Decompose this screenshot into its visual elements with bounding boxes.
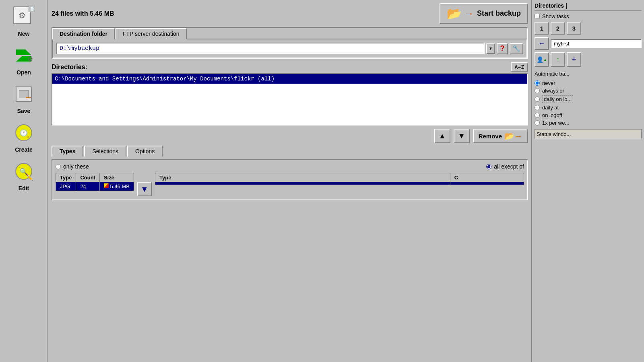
show-tasks-row: Show tasks bbox=[535, 13, 642, 19]
number-buttons-row: 1 2 3 bbox=[535, 22, 642, 35]
toolbar-item-create[interactable]: 🕐 ← Create bbox=[4, 117, 44, 155]
auto-logoff-radio[interactable] bbox=[535, 113, 540, 118]
tab-types[interactable]: Types bbox=[52, 146, 83, 157]
directories-header: Directories: A→Z bbox=[52, 62, 528, 72]
directory-item[interactable]: C:\Documents and Settings\Administrator\… bbox=[52, 74, 527, 84]
types-table-right: Type C bbox=[155, 173, 524, 185]
types-table-left: Type Count Size JPG 24 5.4 bbox=[56, 173, 134, 191]
toolbar-edit-label: Edit bbox=[19, 185, 29, 191]
tab-selections[interactable]: Selections bbox=[84, 146, 126, 157]
inner-tab-bar: Types Selections Options bbox=[52, 146, 528, 157]
show-tasks-checkbox[interactable] bbox=[535, 14, 540, 19]
file-count: 24 files with 5.46 MB bbox=[52, 10, 114, 17]
move-down-button[interactable]: ▼ bbox=[454, 129, 470, 143]
auto-weekly-radio[interactable] bbox=[535, 120, 540, 125]
num-btn-1[interactable]: 1 bbox=[535, 22, 549, 35]
right-panel: Directories | Show tasks 1 2 3 ← myfirst… bbox=[531, 0, 644, 362]
auto-weekly-label: 1x per we... bbox=[542, 120, 569, 126]
move-up-button[interactable]: ▲ bbox=[434, 129, 450, 143]
auto-daily-at-label: daily at bbox=[542, 105, 559, 111]
edit-icon: 🔍 ✏️ bbox=[11, 158, 37, 184]
destination-input-row: ▼ ? 🔧 bbox=[56, 43, 523, 54]
all-except-radio[interactable] bbox=[486, 164, 491, 169]
directories-section: Directories: A→Z C:\Documents and Settin… bbox=[52, 62, 528, 125]
cell-type-r bbox=[155, 182, 450, 185]
right-table-container: Type C bbox=[155, 173, 524, 196]
cell-type: JPG bbox=[56, 182, 76, 191]
auto-always-label: always or bbox=[542, 88, 564, 94]
bottom-controls: ▲ ▼ Remove 📂→ bbox=[52, 129, 528, 143]
auto-never-radio[interactable] bbox=[535, 80, 540, 86]
toolbar-open-label: Open bbox=[17, 69, 31, 76]
toolbar-new-label: New bbox=[18, 31, 30, 37]
auto-backup-options: never always or daily on lo... daily at … bbox=[535, 79, 642, 127]
only-these-radio[interactable] bbox=[56, 164, 61, 169]
status-window-label: Status windo... bbox=[537, 131, 571, 137]
add-button[interactable]: + bbox=[567, 52, 581, 67]
toolbar-item-new[interactable]: ⚙ 📄 New bbox=[4, 2, 44, 39]
start-backup-button[interactable]: 📂 → Start backup bbox=[440, 3, 528, 24]
back-button[interactable]: ← bbox=[535, 37, 549, 50]
size-icon bbox=[104, 183, 109, 188]
sort-az-button[interactable]: A→Z bbox=[511, 62, 528, 72]
auto-never-option: never bbox=[535, 79, 642, 87]
status-window-section: Status windo... bbox=[535, 129, 642, 139]
cell-c-r bbox=[450, 182, 524, 185]
auto-backup-header: Automatic ba... bbox=[535, 71, 642, 77]
col-type-right: Type bbox=[155, 173, 450, 182]
tab-ftp-server[interactable]: FTP server destination bbox=[116, 28, 187, 39]
browse-button[interactable]: 🔧 bbox=[510, 43, 523, 54]
table-row[interactable]: JPG 24 5.46 MB bbox=[56, 182, 134, 191]
all-except-label: all execpt of bbox=[494, 163, 524, 170]
type-tables: Type Count Size JPG 24 5.4 bbox=[56, 173, 524, 196]
toolbar-save-label: Save bbox=[17, 108, 31, 114]
action-icons-row: 👤▲ ↑ + bbox=[535, 52, 642, 67]
filter-mode-row: only these all execpt of bbox=[56, 163, 524, 170]
num-btn-2[interactable]: 2 bbox=[551, 22, 565, 35]
tab-options[interactable]: Options bbox=[127, 146, 163, 157]
right-panel-title: Directories | bbox=[535, 2, 642, 11]
toolbar-item-edit[interactable]: 🔍 ✏️ Edit bbox=[4, 156, 44, 194]
col-size: Size bbox=[99, 173, 134, 182]
col-c-right: C bbox=[450, 173, 524, 182]
add-profile-button[interactable]: 👤▲ bbox=[535, 52, 549, 67]
new-icon: ⚙ 📄 bbox=[11, 4, 37, 30]
create-icon: 🕐 ← bbox=[11, 120, 37, 146]
toolbar-item-open[interactable]: ⚙ Open bbox=[4, 40, 44, 78]
auto-daily-at-radio[interactable] bbox=[535, 105, 540, 110]
only-these-group: only these bbox=[56, 163, 89, 170]
filter-button[interactable]: ▼ bbox=[137, 182, 152, 196]
toolbar-item-save[interactable]: → Save bbox=[4, 79, 44, 117]
types-content: only these all execpt of Type Count Size bbox=[52, 159, 528, 200]
toolbar-create-label: Create bbox=[15, 146, 33, 153]
left-table-container: Type Count Size JPG 24 5.4 bbox=[56, 173, 134, 196]
help-button[interactable]: ? bbox=[497, 43, 508, 54]
auto-daily-on-label: daily on lo... bbox=[542, 95, 573, 103]
toolbar: ⚙ 📄 New ⚙ Open → bbox=[0, 0, 48, 362]
num-btn-3[interactable]: 3 bbox=[567, 22, 581, 35]
remove-icon: 📂→ bbox=[504, 131, 522, 141]
auto-daily-at-option: daily at bbox=[535, 104, 642, 111]
remove-label: Remove bbox=[479, 133, 502, 140]
arrow-up-button[interactable]: ↑ bbox=[551, 52, 565, 67]
top-bar: 24 files with 5.46 MB 📂 → Start backup bbox=[52, 3, 528, 24]
start-backup-label: Start backup bbox=[477, 9, 521, 18]
auto-logoff-option: on logoff bbox=[535, 111, 642, 119]
auto-always-option: always or bbox=[535, 87, 642, 95]
tab-destination-folder[interactable]: Destination folder bbox=[52, 28, 115, 39]
all-except-group: all execpt of bbox=[486, 163, 524, 170]
destination-path-input[interactable] bbox=[56, 43, 485, 54]
remove-button[interactable]: Remove 📂→ bbox=[473, 129, 528, 143]
col-type-left: Type bbox=[56, 173, 76, 182]
directories-label: Directories: bbox=[52, 64, 87, 71]
auto-daily-on-radio[interactable] bbox=[535, 97, 540, 102]
table-row[interactable] bbox=[155, 182, 524, 185]
col-count: Count bbox=[76, 173, 100, 182]
destination-tab-bar: Destination folder FTP server destinatio… bbox=[52, 28, 527, 39]
profile-name-display: myfirst bbox=[551, 39, 642, 48]
only-these-label: only these bbox=[63, 163, 89, 170]
size-value: 5.46 MB bbox=[110, 183, 130, 189]
dest-dropdown-button[interactable]: ▼ bbox=[486, 43, 495, 54]
auto-always-radio[interactable] bbox=[535, 88, 540, 93]
directories-list[interactable]: C:\Documents and Settings\Administrator\… bbox=[52, 73, 528, 125]
